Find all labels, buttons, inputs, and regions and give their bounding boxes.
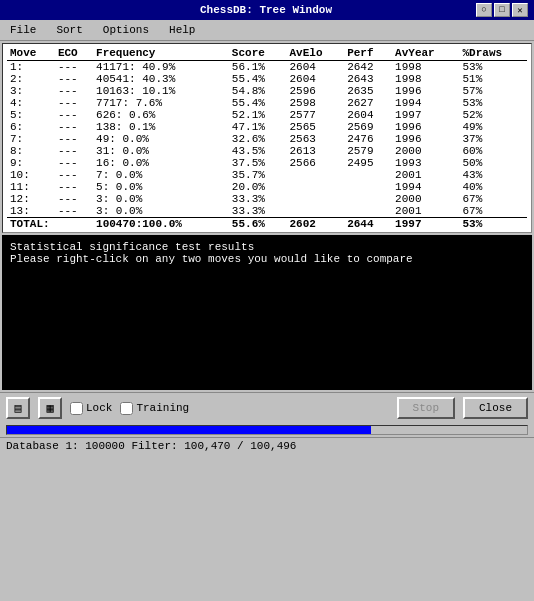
cell-eco: --- (55, 145, 93, 157)
cell-avyear: 1993 (392, 157, 459, 169)
table-row[interactable]: 13: --- 3: 0.0% 33.3% 2001 67% (7, 205, 527, 218)
cell-avyear: 2001 (392, 205, 459, 218)
stop-button[interactable]: Stop (397, 397, 455, 419)
cell-move: 4: (7, 97, 55, 109)
table-row[interactable]: 3: --- 10163: 10.1% 54.8% 2596 2635 1996… (7, 85, 527, 97)
cell-move: 5: (7, 109, 55, 121)
menu-sort[interactable]: Sort (50, 22, 88, 38)
training-checkbox-label[interactable]: Training (120, 402, 189, 415)
cell-perf: 2627 (344, 97, 392, 109)
total-score: 55.6% (229, 218, 287, 230)
table-row[interactable]: 2: --- 40541: 40.3% 55.4% 2604 2643 1998… (7, 73, 527, 85)
cell-eco: --- (55, 205, 93, 218)
table-row[interactable]: 10: --- 7: 0.0% 35.7% 2001 43% (7, 169, 527, 181)
menu-options[interactable]: Options (97, 22, 155, 38)
cell-avyear: 2000 (392, 193, 459, 205)
cell-freq: 3: 0.0% (93, 205, 229, 218)
col-move: Move (7, 46, 55, 61)
table-view-button[interactable]: ▤ (6, 397, 30, 419)
cell-avyear: 2001 (392, 169, 459, 181)
total-avelo: 2602 (287, 218, 345, 230)
cell-avelo (287, 205, 345, 218)
progress-row (0, 423, 534, 437)
cell-score: 33.3% (229, 193, 287, 205)
cell-move: 13: (7, 205, 55, 218)
menu-help[interactable]: Help (163, 22, 201, 38)
cell-avelo: 2598 (287, 97, 345, 109)
table-row[interactable]: 11: --- 5: 0.0% 20.0% 1994 40% (7, 181, 527, 193)
cell-score: 43.5% (229, 145, 287, 157)
cell-avelo: 2604 (287, 61, 345, 74)
table-row[interactable]: 7: --- 49: 0.0% 32.6% 2563 2476 1996 37% (7, 133, 527, 145)
cell-eco: --- (55, 97, 93, 109)
title-buttons[interactable]: ○ □ ✕ (476, 3, 528, 17)
cell-eco: --- (55, 193, 93, 205)
cell-freq: 626: 0.6% (93, 109, 229, 121)
col-draws: %Draws (460, 46, 528, 61)
cell-eco: --- (55, 169, 93, 181)
table-row[interactable]: 9: --- 16: 0.0% 37.5% 2566 2495 1993 50% (7, 157, 527, 169)
col-avyear: AvYear (392, 46, 459, 61)
close-button[interactable]: Close (463, 397, 528, 419)
cell-freq: 31: 0.0% (93, 145, 229, 157)
lock-checkbox[interactable] (70, 402, 83, 415)
cell-freq: 7: 0.0% (93, 169, 229, 181)
table-row[interactable]: 12: --- 3: 0.0% 33.3% 2000 67% (7, 193, 527, 205)
cell-perf: 2579 (344, 145, 392, 157)
chart-view-button[interactable]: ▦ (38, 397, 62, 419)
total-label: TOTAL: (7, 218, 93, 230)
cell-eco: --- (55, 181, 93, 193)
status-bar: Database 1: 100000 Filter: 100,470 / 100… (0, 437, 534, 454)
window-title: ChessDB: Tree Window (56, 4, 476, 16)
cell-freq: 5: 0.0% (93, 181, 229, 193)
cell-move: 10: (7, 169, 55, 181)
table-row[interactable]: 6: --- 138: 0.1% 47.1% 2565 2569 1996 49… (7, 121, 527, 133)
cell-avelo (287, 169, 345, 181)
cell-move: 7: (7, 133, 55, 145)
cell-perf: 2643 (344, 73, 392, 85)
col-eco: ECO (55, 46, 93, 61)
close-title-button[interactable]: ✕ (512, 3, 528, 17)
minimize-button[interactable]: ○ (476, 3, 492, 17)
cell-draws: 50% (460, 157, 528, 169)
table-row[interactable]: 1: --- 41171: 40.9% 56.1% 2604 2642 1998… (7, 61, 527, 74)
lock-checkbox-label[interactable]: Lock (70, 402, 112, 415)
cell-score: 47.1% (229, 121, 287, 133)
cell-eco: --- (55, 61, 93, 74)
col-score: Score (229, 46, 287, 61)
cell-draws: 53% (460, 97, 528, 109)
cell-avelo: 2566 (287, 157, 345, 169)
cell-eco: --- (55, 133, 93, 145)
cell-draws: 53% (460, 61, 528, 74)
cell-move: 11: (7, 181, 55, 193)
table-row[interactable]: 5: --- 626: 0.6% 52.1% 2577 2604 1997 52… (7, 109, 527, 121)
cell-perf (344, 205, 392, 218)
cell-eco: --- (55, 121, 93, 133)
cell-move: 12: (7, 193, 55, 205)
maximize-button[interactable]: □ (494, 3, 510, 17)
cell-avelo (287, 181, 345, 193)
cell-freq: 40541: 40.3% (93, 73, 229, 85)
cell-move: 2: (7, 73, 55, 85)
cell-perf (344, 169, 392, 181)
cell-avelo: 2596 (287, 85, 345, 97)
table-row[interactable]: 8: --- 31: 0.0% 43.5% 2613 2579 2000 60% (7, 145, 527, 157)
training-checkbox[interactable] (120, 402, 133, 415)
menu-file[interactable]: File (4, 22, 42, 38)
total-freq: 100470:100.0% (93, 218, 229, 230)
status-text: Database 1: 100000 Filter: 100,470 / 100… (6, 440, 296, 452)
cell-draws: 67% (460, 205, 528, 218)
cell-avyear: 1996 (392, 133, 459, 145)
cell-perf: 2604 (344, 109, 392, 121)
cell-move: 8: (7, 145, 55, 157)
cell-score: 35.7% (229, 169, 287, 181)
cell-avelo (287, 193, 345, 205)
cell-draws: 51% (460, 73, 528, 85)
cell-perf (344, 181, 392, 193)
cell-avelo: 2613 (287, 145, 345, 157)
table-row[interactable]: 4: --- 7717: 7.6% 55.4% 2598 2627 1994 5… (7, 97, 527, 109)
cell-freq: 16: 0.0% (93, 157, 229, 169)
cell-freq: 49: 0.0% (93, 133, 229, 145)
cell-avelo: 2565 (287, 121, 345, 133)
cell-draws: 37% (460, 133, 528, 145)
